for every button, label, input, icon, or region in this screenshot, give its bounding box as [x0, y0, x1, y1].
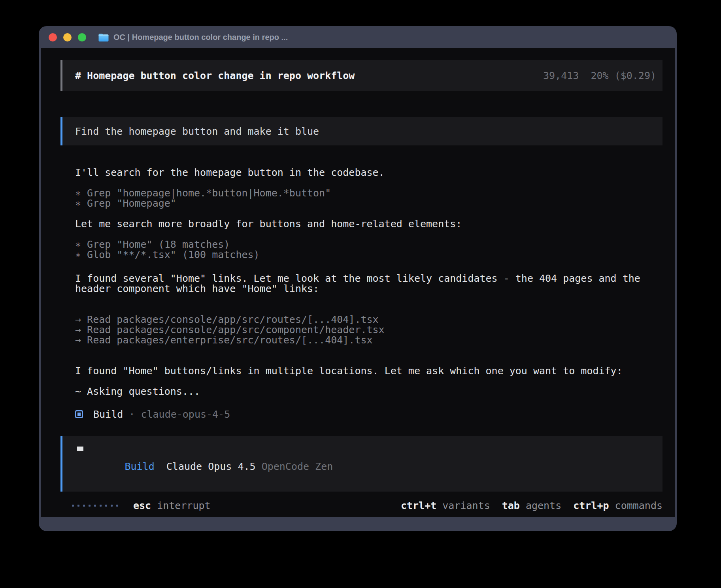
hotkey-variants[interactable]: ctrl+t variants — [401, 500, 490, 511]
tool-call-read[interactable]: → Read packages/console/app/src/componen… — [75, 325, 662, 335]
titlebar[interactable]: OC | Homepage button color change in rep… — [39, 26, 677, 48]
hotkey-agents[interactable]: tab agents — [502, 500, 562, 511]
assistant-text: I found several "Home" links. Let me loo… — [75, 273, 662, 284]
zoom-window-icon[interactable] — [78, 33, 86, 41]
prompt-input[interactable]: Build Claude Opus 4.5 OpenCode Zen — [60, 436, 662, 492]
tool-call-grep[interactable]: ∗ Grep "Homepage" — [75, 198, 662, 209]
token-usage-counter: 39,413 20% ($0.29) — [543, 70, 656, 81]
tool-call-grep[interactable]: ∗ Grep "Home" (18 matches) — [75, 239, 662, 250]
user-message: Find the homepage button and make it blu… — [60, 117, 662, 145]
hotkey-commands[interactable]: ctrl+p commands — [573, 500, 662, 511]
agent-status-row: Build · claude-opus-4-5 — [75, 409, 662, 419]
terminal-content: # Homepage button color change in repo w… — [41, 48, 675, 517]
user-message-text: Find the homepage button and make it blu… — [75, 126, 319, 137]
tool-call-grep[interactable]: ∗ Grep "homepage|home.*button|Home.*butt… — [75, 188, 662, 198]
assistant-text: I found "Home" buttons/links in multiple… — [75, 366, 662, 376]
hotkey-hints: ctrl+t variants tab agents ctrl+p comman… — [401, 500, 662, 511]
assistant-text: Let me search more broadly for buttons a… — [75, 219, 662, 229]
input-agent-label[interactable]: Build — [125, 461, 154, 472]
input-provider-label: OpenCode Zen — [262, 461, 333, 472]
terminal-window: OC | Homepage button color change in rep… — [39, 26, 677, 531]
input-model-label[interactable]: Claude Opus 4.5 — [166, 461, 256, 472]
agent-model: claude-opus-4-5 — [141, 409, 230, 420]
traffic-lights — [49, 33, 86, 41]
tool-call-read[interactable]: → Read packages/console/app/src/routes/[… — [75, 315, 662, 325]
agent-name: Build — [93, 409, 123, 420]
status-bar: esc interrupt ctrl+t variants tab agents… — [60, 500, 662, 511]
assistant-status-text: ~ Asking questions... — [75, 386, 662, 397]
tool-call-read[interactable]: → Read packages/enterprise/src/routes/[.… — [75, 335, 662, 345]
esc-key-label: interrupt — [151, 500, 211, 511]
session-header: # Homepage button color change in repo w… — [60, 60, 662, 91]
close-window-icon[interactable] — [49, 33, 57, 41]
window-title: OC | Homepage button color change in rep… — [113, 33, 288, 42]
agent-separator: · — [123, 409, 141, 420]
folder-icon — [98, 33, 109, 41]
assistant-text: I'll search for the homepage button in t… — [75, 168, 662, 178]
input-status-row: Build Claude Opus 4.5 OpenCode Zen — [77, 451, 653, 482]
minimize-window-icon[interactable] — [63, 33, 72, 41]
tool-call-glob[interactable]: ∗ Glob "**/*.tsx" (100 matches) — [75, 250, 662, 260]
spinner-dots — [72, 505, 118, 507]
session-title: # Homepage button color change in repo w… — [75, 70, 355, 81]
build-mode-icon — [75, 410, 83, 418]
text-cursor — [77, 447, 83, 451]
esc-key[interactable]: esc — [133, 500, 151, 511]
assistant-text: header component which have "Home" links… — [75, 284, 662, 294]
